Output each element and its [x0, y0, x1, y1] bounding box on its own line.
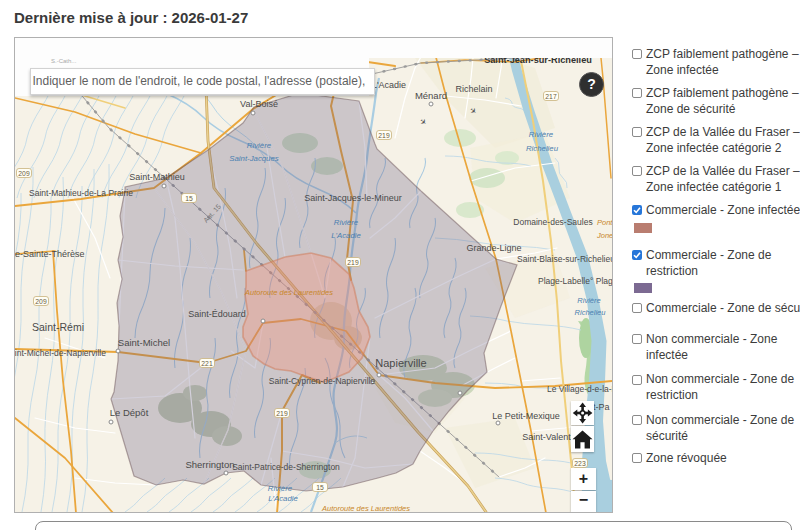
- svg-text:Rivière: Rivière: [577, 296, 600, 305]
- svg-text:Richelieu: Richelieu: [575, 308, 607, 317]
- svg-text:221: 221: [201, 360, 213, 367]
- svg-text:209: 209: [35, 298, 47, 305]
- svg-text:Rivière: Rivière: [268, 484, 293, 493]
- svg-text:Saint-Blaise-sur-Richelieu: Saint-Blaise-sur-Richelieu: [517, 254, 612, 264]
- svg-text:Rivière: Rivière: [334, 218, 359, 227]
- svg-text:t-Pa: t-Pa: [593, 402, 610, 412]
- svg-text:Richelieu: Richelieu: [526, 144, 559, 153]
- svg-text:Napierville: Napierville: [375, 357, 426, 369]
- svg-text:Saint-Michel: Saint-Michel: [118, 337, 170, 348]
- svg-text:219: 219: [378, 132, 390, 139]
- svg-text:Ménard: Ménard: [415, 90, 447, 101]
- svg-text:Plage-Labelle° Plage: Plage-Labelle° Plage: [538, 276, 612, 286]
- svg-text:e-Sainte-Thérèse: e-Sainte-Thérèse: [15, 249, 85, 259]
- svg-text:Saint-Mathieu-de-La Prairie: Saint-Mathieu-de-La Prairie: [29, 188, 133, 198]
- svg-text:209: 209: [18, 170, 30, 177]
- svg-text:Le Village-d-e-la-Bo: Le Village-d-e-la-Bo: [547, 384, 612, 394]
- svg-text:Autoroute des Laurentides: Autoroute des Laurentides: [321, 504, 410, 512]
- svg-text:Saint-Jacques: Saint-Jacques: [229, 154, 279, 163]
- svg-text:Rivière: Rivière: [529, 130, 554, 139]
- svg-text:Pont: Pont: [597, 218, 612, 227]
- svg-text:217: 217: [545, 93, 557, 100]
- svg-text:Le Petit-Mexique: Le Petit-Mexique: [492, 411, 560, 421]
- svg-text:15: 15: [316, 484, 324, 491]
- svg-text:Val-Boisé: Val-Boisé: [240, 99, 278, 109]
- svg-text:Saint-Valentin: Saint-Valentin: [522, 432, 577, 442]
- svg-text:223: 223: [574, 460, 586, 467]
- svg-text:Saint-Rémi: Saint-Rémi: [32, 321, 84, 333]
- svg-text:Richelain: Richelain: [455, 84, 492, 94]
- svg-text:Le Dépôt: Le Dépôt: [110, 407, 149, 418]
- svg-text:Autoroute des Laurentides: Autoroute des Laurentides: [244, 288, 333, 297]
- svg-text:Grande-Ligne: Grande-Ligne: [466, 243, 521, 253]
- svg-text:Saint-Jacques-le-Mineur: Saint-Jacques-le-Mineur: [304, 193, 402, 203]
- svg-text:219: 219: [276, 410, 288, 417]
- svg-text:Sherrington: Sherrington: [185, 459, 234, 470]
- svg-text:L'Acadie: L'Acadie: [268, 494, 298, 503]
- svg-text:Domaine-des-Saules: Domaine-des-Saules: [513, 217, 592, 227]
- svg-text:Jone: Jone: [596, 231, 612, 240]
- svg-text:Saint-Patrice-de-Sherrington: Saint-Patrice-de-Sherrington: [232, 462, 340, 472]
- svg-text:15: 15: [185, 195, 193, 202]
- svg-text:Saint-Mathieu: Saint-Mathieu: [129, 172, 185, 182]
- svg-text:Rivière: Rivière: [247, 141, 272, 150]
- svg-text:219: 219: [347, 259, 359, 266]
- svg-text:Saint-Cyprien-de-Napierville: Saint-Cyprien-de-Napierville: [269, 376, 376, 386]
- svg-text:Saint-Édouard: Saint-Édouard: [188, 309, 246, 319]
- svg-text:L'Acadie: L'Acadie: [331, 231, 361, 240]
- svg-text:L'Acadie: L'Acadie: [372, 80, 406, 90]
- svg-text:Saint-Michel-de-Napierville: Saint-Michel-de-Napierville: [15, 348, 106, 358]
